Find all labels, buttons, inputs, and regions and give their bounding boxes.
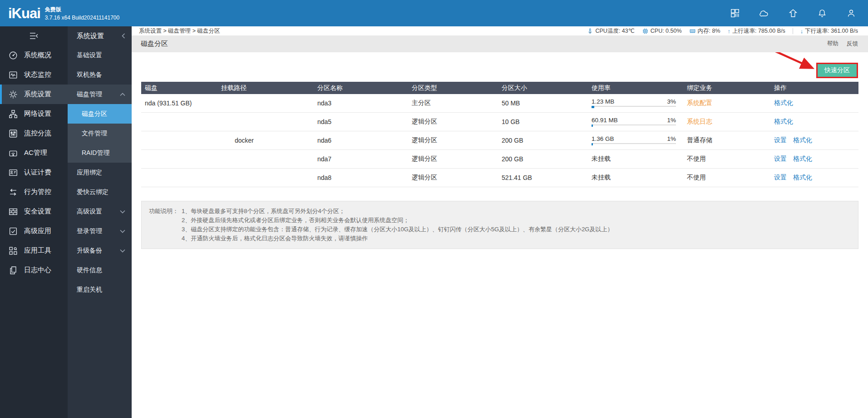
format-link[interactable]: 格式化 <box>793 174 812 181</box>
sidebar-item-behavior-control[interactable]: 行为管控 <box>0 182 68 202</box>
usage-bar <box>592 106 676 108</box>
cpu-icon <box>642 28 649 35</box>
settings-link[interactable]: 设置 <box>774 155 787 162</box>
sidebar-item-advanced-apps[interactable]: 高级应用 <box>0 221 68 241</box>
bell-icon[interactable] <box>817 8 827 18</box>
type-cell: 逻辑分区 <box>408 174 498 182</box>
sidebar-item-hardware-info[interactable]: 硬件信息 <box>68 260 132 280</box>
table-row: nda7 逻辑分区 200 GB 未挂载 不使用 设置 格式化 <box>141 150 858 169</box>
table-row: nda5 逻辑分区 10 GB 60.91 MB1% 系统日志 格式化 <box>141 113 858 131</box>
secondary-sidebar: 系统设置 基础设置 双机热备 磁盘管理 磁盘分区 文件管理 RAID管理 应用绑… <box>68 26 132 418</box>
format-link[interactable]: 格式化 <box>793 155 812 162</box>
service-link[interactable]: 系统配置 <box>687 99 712 106</box>
partition-table: 磁盘 挂载路径 分区名称 分区类型 分区大小 使用率 绑定业务 操作 nda (… <box>141 82 858 187</box>
content-area: 快速分区 磁盘 挂载路径 分区名称 分区类型 分区大小 使用率 绑定业务 操作 <box>132 52 868 418</box>
sidebar-item-ikuai-cloud-binding[interactable]: 爱快云绑定 <box>68 182 132 202</box>
firewall-icon <box>8 207 18 217</box>
sidebar-item-raid-management[interactable]: RAID管理 <box>68 143 132 163</box>
sidebar-item-system-overview[interactable]: 系统概况 <box>0 45 68 65</box>
service-link[interactable]: 系统日志 <box>687 118 712 125</box>
note-line: 2、外接硬盘后须先格式化或者分区后绑定业务，否则相关业务会默认使用系统盘空间； <box>182 216 613 225</box>
sidebar-item-network-settings[interactable]: 网络设置 <box>0 104 68 124</box>
sidebar-item-hot-standby[interactable]: 双机热备 <box>68 65 132 85</box>
sidebar-item-upgrade-backup[interactable]: 升级备份 <box>68 241 132 260</box>
swap-arrows-icon <box>8 187 18 197</box>
sidebar-item-ac-management[interactable]: AC管理 <box>0 143 68 163</box>
mount-cell: docker <box>217 137 314 144</box>
sidebar-item-flow-control[interactable]: 流控分流 <box>0 124 68 143</box>
format-link[interactable]: 格式化 <box>774 99 793 106</box>
type-cell: 逻辑分区 <box>408 155 498 163</box>
sidebar-item-file-management[interactable]: 文件管理 <box>68 124 132 143</box>
brand: iKuai 免费版 3.7.16 x64 Build202411141700 <box>0 6 119 21</box>
build-version: 3.7.16 x64 Build202411141700 <box>45 15 119 21</box>
sidebar-item-app-tools[interactable]: 应用工具 <box>0 241 68 260</box>
sidebar-item-label: 系统概况 <box>24 51 51 60</box>
sidebar-item-security-settings[interactable]: 安全设置 <box>0 202 68 221</box>
submenu-header[interactable]: 系统设置 <box>68 26 132 45</box>
gauge-icon <box>8 50 18 60</box>
help-link[interactable]: 帮助 <box>827 40 838 48</box>
note-line: 1、每块硬盘最多可支持8个分区，系统盘可另外划分4个分区； <box>182 207 613 216</box>
collapse-menu-button[interactable] <box>0 26 68 45</box>
cpu-temp-status: CPU温度: 43℃ <box>587 27 634 35</box>
gear-icon <box>8 90 18 100</box>
download-speed-status: ↓ 下行速率: 361.00 B/s <box>800 27 858 35</box>
home-up-icon[interactable] <box>788 8 798 18</box>
annotation-box: 快速分区 <box>816 63 858 78</box>
sidebar-item-label: 行为管控 <box>24 188 51 196</box>
sidebar-item-login-management[interactable]: 登录管理 <box>68 221 132 241</box>
cpu-status: CPU: 0.50% <box>642 28 682 35</box>
app-window: iKuai 免费版 3.7.16 x64 Build202411141700 系… <box>0 0 868 418</box>
sidebar-item-auth-billing[interactable]: 认证计费 <box>0 163 68 182</box>
sidebar-item-label: 日志中心 <box>24 266 51 274</box>
sidebar-item-label: 状态监控 <box>24 70 51 79</box>
submenu-title: 系统设置 <box>77 32 104 40</box>
table-header-row: 磁盘 挂载路径 分区名称 分区类型 分区大小 使用率 绑定业务 操作 <box>141 82 858 94</box>
up-arrow-icon: ↑ <box>728 28 731 35</box>
quick-partition-button[interactable]: 快速分区 <box>818 64 857 77</box>
usage-cell: 1.36 GB1% <box>588 135 683 145</box>
usage-cell: 未挂载 <box>588 174 683 182</box>
sidebar-item-app-binding[interactable]: 应用绑定 <box>68 163 132 182</box>
service-label: 普通存储 <box>687 136 712 144</box>
system-status-bar: CPU温度: 43℃ CPU: 0.50% 内存: 8% ↑ 上行速率: 785… <box>587 27 858 35</box>
service-label: 不使用 <box>687 155 706 162</box>
usage-cell: 未挂载 <box>588 155 683 163</box>
cloud-icon[interactable] <box>759 8 769 18</box>
partition-cell: nda3 <box>314 100 408 107</box>
sidebar-item-system-settings[interactable]: 系统设置 <box>0 85 68 104</box>
sidebar-item-label: 安全设置 <box>24 207 51 216</box>
usage-bar <box>592 143 676 145</box>
sidebar-item-disk-partition[interactable]: 磁盘分区 <box>68 104 132 124</box>
sidebar-item-status-monitor[interactable]: 状态监控 <box>0 65 68 85</box>
settings-link[interactable]: 设置 <box>774 136 787 144</box>
monitor-icon <box>8 70 18 80</box>
page-title-bar: 磁盘分区 帮助 反馈 <box>132 35 868 52</box>
sidebar-item-label: 认证计费 <box>24 168 51 177</box>
sliders-icon <box>8 129 18 139</box>
user-icon[interactable] <box>846 8 856 18</box>
primary-sidebar: 系统概况 状态监控 系统设置 网络设置 流控分流 AC管理 <box>0 26 68 418</box>
sidebar-item-basic-settings[interactable]: 基础设置 <box>68 45 132 65</box>
network-icon <box>8 109 18 119</box>
top-bar: iKuai 免费版 3.7.16 x64 Build202411141700 <box>0 0 868 26</box>
breadcrumb-bar: 系统设置 > 磁盘管理 > 磁盘分区 CPU温度: 43℃ CPU: 0.50%… <box>132 26 868 35</box>
sidebar-item-log-center[interactable]: 日志中心 <box>0 260 68 280</box>
format-link[interactable]: 格式化 <box>774 118 793 125</box>
size-cell: 50 MB <box>498 100 588 107</box>
sidebar-item-restart-shutdown[interactable]: 重启关机 <box>68 280 132 299</box>
sidebar-item-disk-management[interactable]: 磁盘管理 <box>68 85 132 104</box>
partition-cell: nda5 <box>314 118 408 125</box>
type-cell: 主分区 <box>408 99 498 107</box>
sidebar-item-advanced-settings[interactable]: 高级设置 <box>68 202 132 221</box>
settings-link[interactable]: 设置 <box>774 174 787 181</box>
usage-cell: 60.91 MB1% <box>588 117 683 127</box>
apps-grid-icon[interactable] <box>730 8 740 18</box>
memory-icon <box>689 28 696 35</box>
feedback-link[interactable]: 反馈 <box>847 40 858 48</box>
wifi-icon <box>8 148 18 158</box>
edition-label: 免费版 <box>45 6 119 14</box>
format-link[interactable]: 格式化 <box>793 136 812 144</box>
breadcrumb[interactable]: 系统设置 > 磁盘管理 > 磁盘分区 <box>139 27 220 35</box>
